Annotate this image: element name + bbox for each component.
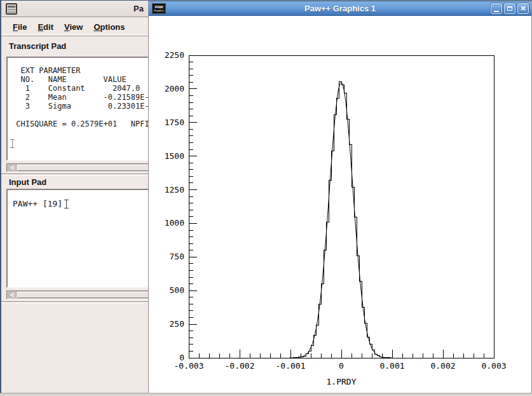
y-tick-label: 1250	[165, 185, 184, 195]
graphics-window-title: Paw++ Graphics 1	[149, 4, 531, 13]
histogram-plot: -0.003-0.002-0.00100.0010.0020.003025050…	[149, 17, 531, 393]
histogram-steps	[189, 81, 494, 358]
x-tick-label: -0.002	[225, 361, 255, 371]
y-tick-label: 500	[170, 285, 184, 295]
y-tick-label: 250	[170, 319, 184, 329]
menu-options[interactable]: Options	[93, 22, 125, 32]
menu-bar: FileEditViewOptions	[1, 18, 151, 36]
x-tick-label: -0.003	[174, 361, 204, 371]
desktop: Pa FileEditViewOptions Transcript Pad EX…	[0, 0, 532, 396]
x-tick-label: 0.003	[481, 361, 506, 371]
input-hscrollbar[interactable]	[6, 290, 151, 299]
y-tick-label: 0	[179, 353, 184, 362]
maximize-button[interactable]	[504, 3, 515, 14]
close-button[interactable]: ✕	[517, 3, 529, 14]
input-pad-label: Input Pad	[9, 177, 46, 187]
x-tick-label: 0.001	[379, 361, 404, 371]
y-tick-label: 1000	[165, 218, 184, 228]
y-tick-label: 1500	[165, 151, 184, 161]
input-prompt: PAW++ [19]	[13, 199, 62, 208]
plot-frame	[189, 55, 494, 358]
window-controls: ✕	[491, 3, 529, 14]
y-tick-label: 750	[170, 252, 184, 261]
minimize-icon	[494, 11, 499, 12]
main-window-title: Pa	[133, 4, 144, 13]
minimize-button[interactable]	[491, 3, 502, 14]
transcript-pad[interactable]: EXT PARAMETER NO. NAME VALUE 1 Constant …	[6, 57, 151, 161]
x-tick-label: -0.001	[276, 361, 306, 371]
graphics-window-titlebar[interactable]: PAW Graphics Paw++ Graphics 1 ✕	[149, 1, 531, 16]
scroll-left-arrow-icon[interactable]	[8, 292, 16, 298]
input-pad[interactable]: PAW++ [19]	[6, 189, 151, 288]
x-axis-title: 1.PRDY	[327, 377, 357, 386]
menu-edit[interactable]: Edit	[38, 22, 53, 32]
x-tick-label: 0.002	[430, 361, 455, 371]
scrollbar-thumb[interactable]	[17, 292, 151, 298]
menu-view[interactable]: View	[64, 22, 83, 32]
transcript-pad-label: Transcript Pad	[9, 41, 66, 51]
y-tick-label: 2250	[165, 50, 184, 60]
graphics-window: PAW Graphics Paw++ Graphics 1 ✕ -0.003-0…	[148, 0, 532, 396]
insertion-caret	[10, 139, 15, 148]
x-tick-label: 0	[339, 361, 344, 371]
window-bottom-border	[0, 393, 532, 396]
menu-file[interactable]: File	[13, 22, 27, 32]
close-icon: ✕	[520, 5, 526, 12]
transcript-hscrollbar[interactable]	[6, 163, 151, 172]
plot-canvas[interactable]: -0.003-0.002-0.00100.0010.0020.003025050…	[149, 17, 531, 393]
icon-text-bottom: Graphics	[154, 9, 164, 12]
paw-main-window: Pa FileEditViewOptions Transcript Pad EX…	[0, 0, 151, 396]
maximize-icon	[507, 6, 512, 11]
y-tick-label: 2000	[165, 84, 184, 93]
gaussian-fit-curve	[289, 83, 392, 358]
main-window-titlebar[interactable]: Pa	[1, 1, 151, 17]
y-tick-label: 1750	[165, 118, 184, 127]
transcript-text: EXT PARAMETER NO. NAME VALUE 1 Constant …	[8, 58, 151, 128]
scrollbar-thumb[interactable]	[17, 165, 151, 171]
text-cursor	[64, 200, 69, 208]
scroll-left-arrow-icon[interactable]	[8, 165, 16, 171]
pane-separator[interactable]	[1, 301, 151, 303]
paw-graphics-icon: PAW Graphics	[152, 3, 166, 14]
application-icon	[6, 3, 17, 15]
pane-separator[interactable]	[1, 174, 151, 175]
